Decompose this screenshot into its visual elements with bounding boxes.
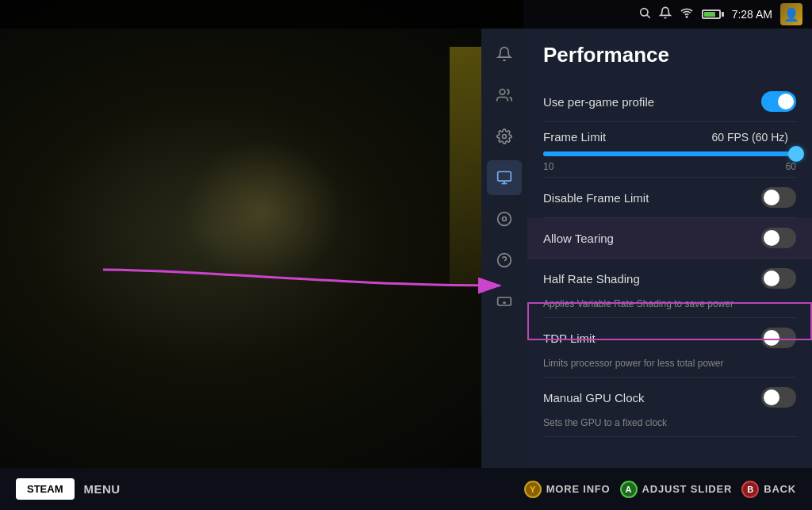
back-label: BACK	[764, 483, 796, 495]
half-rate-shading-sublabel: Applies Variable Rate Shading to save po…	[543, 298, 796, 318]
frame-limit-value: 60 FPS (60 Hz)	[712, 131, 788, 144]
slider-thumb[interactable]	[788, 146, 804, 162]
y-button[interactable]: Y	[524, 481, 542, 498]
wifi-icon	[680, 6, 694, 22]
bottom-bar: STEAM MENU Y MORE INFO A ADJUST SLIDER B…	[0, 468, 812, 510]
manual-gpu-sublabel: Sets the GPU to a fixed clock	[543, 417, 796, 437]
steam-button[interactable]: STEAM	[16, 478, 75, 500]
allow-tearing-toggle[interactable]	[761, 228, 796, 248]
tdp-limit-label: TDP Limit	[543, 332, 596, 345]
half-rate-shading-label: Half Rate Shading	[543, 272, 640, 286]
avatar[interactable]	[780, 3, 802, 25]
back-action[interactable]: B BACK	[741, 481, 796, 498]
manual-gpu-toggle[interactable]	[761, 387, 796, 408]
slider-max-label: 60	[786, 161, 796, 172]
frame-limit-label: Frame Limit	[543, 130, 606, 144]
allow-tearing-label: Allow Tearing	[543, 232, 614, 245]
svg-point-9	[503, 217, 507, 221]
sidebar-item-help[interactable]	[487, 243, 522, 278]
a-button[interactable]: A	[620, 481, 638, 498]
setting-row-half-rate-shading: Half Rate Shading	[543, 259, 796, 298]
more-info-action[interactable]: Y MORE INFO	[524, 481, 611, 498]
sidebar-item-keyboard[interactable]	[487, 284, 522, 319]
svg-point-4	[503, 135, 507, 139]
performance-panel: Performance Use per-game profile Frame L…	[527, 29, 812, 469]
per-game-profile-label: Use per-game profile	[543, 95, 654, 109]
svg-line-1	[647, 15, 650, 18]
svg-point-3	[500, 90, 505, 95]
svg-point-2	[686, 17, 687, 17]
panel-title: Performance	[543, 43, 796, 67]
b-button[interactable]: B	[741, 481, 759, 498]
status-icons: 7:28 AM	[638, 3, 802, 25]
setting-row-tdp-limit: TDP Limit	[543, 318, 796, 358]
svg-rect-12	[498, 297, 511, 305]
sidebar-item-media[interactable]	[487, 201, 522, 236]
frame-limit-slider-track[interactable]	[543, 151, 796, 156]
notification-icon[interactable]	[659, 6, 672, 22]
disable-frame-limit-toggle[interactable]	[761, 187, 796, 208]
clock-display: 7:28 AM	[732, 8, 772, 21]
tdp-limit-toggle[interactable]	[761, 328, 796, 348]
svg-rect-5	[498, 172, 511, 182]
status-bar: 7:28 AM	[0, 0, 812, 29]
half-rate-shading-toggle[interactable]	[761, 268, 796, 289]
sidebar-item-friends[interactable]	[487, 78, 522, 113]
disable-frame-limit-label: Disable Frame Limit	[543, 191, 649, 205]
adjust-slider-action[interactable]: A ADJUST SLIDER	[620, 481, 733, 498]
svg-point-8	[498, 213, 511, 226]
tdp-limit-sublabel: Limits processor power for less total po…	[543, 358, 796, 378]
slider-labels: 10 60	[543, 161, 796, 172]
manual-gpu-label: Manual GPU Clock	[543, 391, 645, 405]
per-game-profile-toggle[interactable]	[761, 91, 796, 112]
sidebar-item-notifications[interactable]	[487, 36, 522, 71]
sidebar-item-performance[interactable]	[487, 160, 522, 195]
setting-row-per-game-profile: Use per-game profile	[543, 82, 796, 122]
game-background	[0, 0, 523, 468]
more-info-label: MORE INFO	[546, 483, 611, 495]
adjust-slider-label: ADJUST SLIDER	[642, 483, 733, 495]
sidebar	[481, 29, 527, 469]
setting-row-disable-frame-limit: Disable Frame Limit	[543, 178, 796, 218]
setting-row-manual-gpu: Manual GPU Clock	[543, 378, 796, 417]
frame-limit-section: Frame Limit 60 FPS (60 Hz) 10 60	[543, 122, 796, 178]
slider-min-label: 10	[543, 161, 553, 172]
setting-row-allow-tearing: Allow Tearing	[527, 218, 812, 259]
menu-label[interactable]: MENU	[84, 482, 121, 496]
svg-point-0	[640, 9, 647, 16]
slider-fill	[543, 151, 796, 156]
battery-icon	[702, 10, 724, 19]
sidebar-item-settings[interactable]	[487, 119, 522, 154]
search-icon[interactable]	[638, 6, 651, 22]
